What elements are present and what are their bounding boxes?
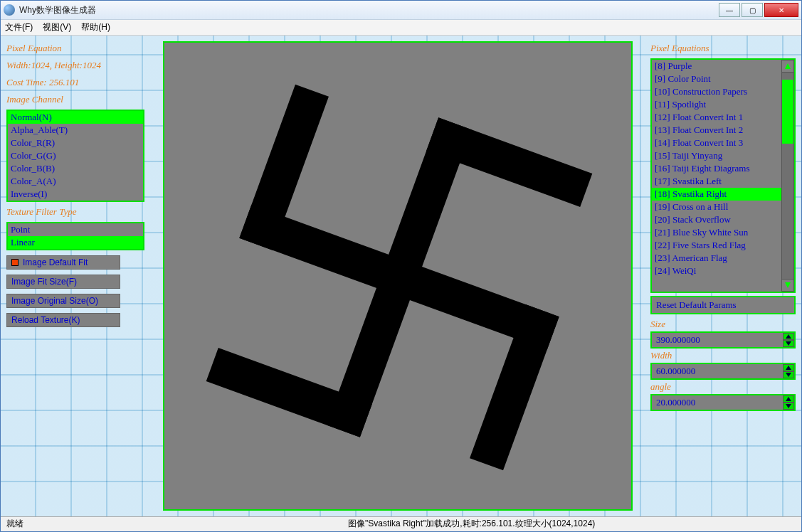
spin-up-button[interactable] xyxy=(783,333,794,340)
equation-item[interactable]: [24] WeiQi xyxy=(652,265,781,277)
filter-item[interactable]: Linear xyxy=(8,236,143,249)
svg-marker-11 xyxy=(786,373,791,377)
spin-down-button[interactable] xyxy=(783,371,794,378)
titlebar: Why数学图像生成器 — ▢ ✕ xyxy=(1,1,801,20)
equation-scrollbar xyxy=(781,60,794,292)
equation-item[interactable]: [12] Float Convert Int 1 xyxy=(652,111,781,124)
image-fit-size-label: Image Fit Size(F) xyxy=(11,277,77,287)
scroll-up-button[interactable] xyxy=(781,60,794,73)
equation-items: [8] Purple[9] Color Point[10] Constructi… xyxy=(652,60,781,292)
channel-item[interactable]: Color_G(G) xyxy=(8,149,143,162)
scroll-track[interactable] xyxy=(781,73,794,279)
reload-texture-label: Reload Texture(K) xyxy=(11,315,80,325)
spin-down-button[interactable] xyxy=(783,340,794,347)
equation-item[interactable]: [18] Svastika Right xyxy=(652,188,781,201)
reset-default-params-button[interactable]: Reset Default Params xyxy=(650,296,796,314)
equation-item[interactable]: [9] Color Point xyxy=(652,73,781,85)
triangle-down-icon xyxy=(783,281,792,289)
chevron-up-icon xyxy=(786,334,791,339)
svg-marker-12 xyxy=(786,397,791,401)
channel-item[interactable]: Color_B(B) xyxy=(8,162,143,175)
close-button[interactable]: ✕ xyxy=(764,3,798,17)
window-controls: — ▢ ✕ xyxy=(719,3,798,17)
radio-on-icon xyxy=(11,259,19,266)
equation-item[interactable]: [16] Taiji Eight Diagrams xyxy=(652,162,781,175)
app-icon xyxy=(4,4,15,16)
equation-item[interactable]: [21] Blue Sky White Sun xyxy=(652,226,781,239)
menubar: 文件(F) 视图(V) 帮助(H) xyxy=(1,20,801,35)
cost-time-label: Cost Time: 256.101 xyxy=(6,77,144,88)
equation-item[interactable]: [20] Stack Overflow xyxy=(652,213,781,226)
rendered-image xyxy=(164,43,633,511)
dimensions-label: Width:1024, Height:1024 xyxy=(6,60,144,71)
param-spinner[interactable]: 20.000000 xyxy=(650,394,796,411)
filter-item[interactable]: Point xyxy=(8,223,143,236)
image-original-size-button[interactable]: Image Original Size(O) xyxy=(6,294,120,308)
pixel-equations-label: Pixel Equations xyxy=(650,43,796,54)
maximize-button[interactable]: ▢ xyxy=(742,3,763,17)
equation-item[interactable]: [15] Taiji Yinyang xyxy=(652,149,781,162)
image-fit-size-button[interactable]: Image Fit Size(F) xyxy=(6,275,120,289)
svg-marker-9 xyxy=(786,341,791,346)
chevron-down-icon xyxy=(786,404,791,408)
client-area: Pixel Equation Width:1024, Height:1024 C… xyxy=(1,36,801,516)
image-default-fit-label: Image Default Fit xyxy=(23,257,88,267)
scroll-down-button[interactable] xyxy=(781,279,794,292)
minimize-button[interactable]: — xyxy=(719,3,740,17)
filter-type-label: Texture Filter Type xyxy=(6,206,144,218)
equation-item[interactable]: [13] Float Convert Int 2 xyxy=(652,124,781,137)
equation-item[interactable]: [19] Cross on a Hill xyxy=(652,201,781,213)
image-default-fit-button[interactable]: Image Default Fit xyxy=(6,255,120,270)
svg-marker-10 xyxy=(786,366,791,370)
svg-marker-6 xyxy=(785,63,791,69)
channel-item[interactable]: Alpha_Able(T) xyxy=(8,124,143,137)
chevron-down-icon xyxy=(786,341,791,346)
equation-item[interactable]: [14] Float Convert Int 3 xyxy=(652,137,781,149)
statusbar: 就绪 图像"Svastika Right"加载成功,耗时:256.101.纹理大… xyxy=(1,516,801,531)
param-label: angle xyxy=(650,381,796,393)
equation-item[interactable]: [17] Svastika Left xyxy=(652,175,781,188)
menu-file[interactable]: 文件(F) xyxy=(5,21,33,33)
scroll-thumb[interactable] xyxy=(782,80,793,144)
param-value: 390.000000 xyxy=(652,334,783,346)
svg-marker-7 xyxy=(785,282,791,288)
channel-item[interactable]: Normal(N) xyxy=(8,111,143,124)
svg-marker-13 xyxy=(786,404,791,408)
left-panel: Pixel Equation Width:1024, Height:1024 C… xyxy=(1,36,150,516)
right-panel: Pixel Equations [8] Purple[9] Color Poin… xyxy=(645,36,801,516)
canvas-area xyxy=(150,36,645,516)
spin-down-button[interactable] xyxy=(783,403,794,410)
param-label: Size xyxy=(650,319,796,330)
spin-up-button[interactable] xyxy=(783,395,794,403)
equation-item[interactable]: [11] Spotlight xyxy=(652,98,781,111)
equation-item[interactable]: [10] Construction Papers xyxy=(652,85,781,98)
triangle-up-icon xyxy=(783,62,792,70)
chevron-down-icon xyxy=(786,373,791,377)
channel-item[interactable]: Color_A(A) xyxy=(8,175,143,188)
equation-item[interactable]: [22] Five Stars Red Flag xyxy=(652,239,781,252)
status-message: 图像"Svastika Right"加载成功,耗时:256.101.纹理大小(1… xyxy=(348,518,796,530)
param-spinner[interactable]: 60.000000 xyxy=(650,363,796,380)
reload-texture-button[interactable]: Reload Texture(K) xyxy=(6,313,120,327)
image-original-size-label: Image Original Size(O) xyxy=(11,296,98,306)
chevron-up-icon xyxy=(786,397,791,401)
chevron-up-icon xyxy=(786,366,791,370)
filter-list: PointLinear xyxy=(6,222,144,250)
menu-view[interactable]: 视图(V) xyxy=(43,21,71,33)
equation-item[interactable]: [23] American Flag xyxy=(652,252,781,265)
channel-item[interactable]: Color_R(R) xyxy=(8,137,143,149)
param-label: Width xyxy=(650,350,796,361)
channel-list: Normal(N)Alpha_Able(T)Color_R(R)Color_G(… xyxy=(6,110,144,202)
params-container: Size390.000000Width60.000000angle20.0000… xyxy=(650,317,796,411)
channel-item[interactable]: Inverse(I) xyxy=(8,188,143,201)
param-spinner[interactable]: 390.000000 xyxy=(650,331,796,349)
window-title: Why数学图像生成器 xyxy=(19,4,719,16)
equation-item[interactable]: [8] Purple xyxy=(652,60,781,73)
spin-up-button[interactable] xyxy=(783,364,794,371)
app-window: Why数学图像生成器 — ▢ ✕ 文件(F) 视图(V) 帮助(H) Pixel… xyxy=(0,0,802,532)
param-value: 20.000000 xyxy=(652,397,783,408)
equation-list: [8] Purple[9] Color Point[10] Constructi… xyxy=(650,58,796,293)
svg-marker-8 xyxy=(786,334,791,339)
param-value: 60.000000 xyxy=(652,366,783,377)
menu-help[interactable]: 帮助(H) xyxy=(81,21,110,33)
